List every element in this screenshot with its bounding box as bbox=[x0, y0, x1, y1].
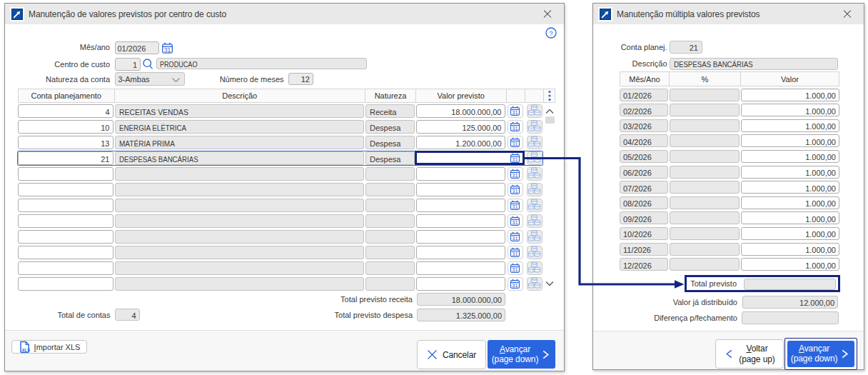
svg-text:31: 31 bbox=[512, 172, 518, 179]
svg-text:31: 31 bbox=[512, 204, 518, 210]
svg-text:31: 31 bbox=[512, 188, 518, 194]
svg-text:31: 31 bbox=[512, 125, 518, 131]
svg-text:?: ? bbox=[549, 29, 552, 37]
svg-text:31: 31 bbox=[512, 235, 518, 241]
svg-text:31: 31 bbox=[512, 251, 518, 257]
svg-text:31: 31 bbox=[512, 141, 518, 147]
svg-text:31: 31 bbox=[512, 266, 518, 273]
svg-text:31: 31 bbox=[164, 46, 171, 54]
svg-text:XLS: XLS bbox=[21, 348, 30, 352]
svg-text:31: 31 bbox=[512, 282, 518, 289]
svg-text:31: 31 bbox=[512, 109, 518, 116]
svg-text:31: 31 bbox=[512, 219, 518, 226]
svg-text:31: 31 bbox=[512, 156, 518, 163]
